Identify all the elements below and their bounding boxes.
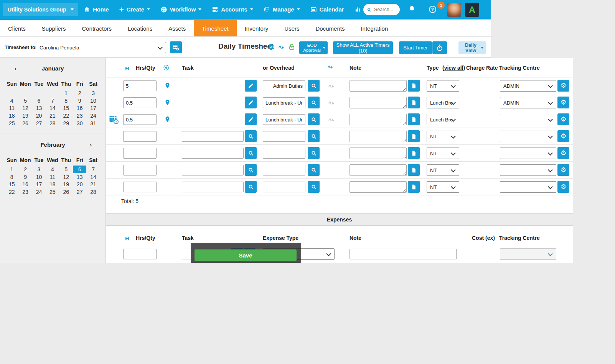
row-settings-button[interactable]: ⚙ xyxy=(557,97,569,108)
calendar-day[interactable]: 23 xyxy=(73,112,86,120)
view-mode-button[interactable]: Daily View xyxy=(458,41,486,54)
tracking-centre-select[interactable]: ADMIN xyxy=(500,97,556,108)
task-input[interactable] xyxy=(182,165,244,175)
calendar-day[interactable]: 31 xyxy=(86,120,100,127)
type-select[interactable]: NT xyxy=(427,164,459,176)
calendar-day[interactable]: 12 xyxy=(18,105,32,112)
row-settings-button[interactable]: ⚙ xyxy=(557,80,569,92)
search-task-button[interactable] xyxy=(245,147,257,159)
tracking-centre-select[interactable] xyxy=(500,114,556,125)
calendar-day[interactable]: 25 xyxy=(5,120,18,127)
note-textarea[interactable] xyxy=(350,114,407,125)
calendar-day[interactable]: 1 xyxy=(59,89,73,97)
row-settings-button[interactable]: ⚙ xyxy=(557,113,569,125)
task-input[interactable] xyxy=(182,148,244,159)
tracking-centre-select[interactable] xyxy=(500,131,556,142)
lock-icon[interactable] xyxy=(288,43,295,51)
search-task-button[interactable] xyxy=(245,164,257,176)
calendar-day[interactable]: 19 xyxy=(59,181,73,189)
search-overhead-button[interactable] xyxy=(308,147,320,159)
view-all-link[interactable]: (view all) xyxy=(442,65,465,71)
nav-create[interactable]: +Create xyxy=(119,6,150,13)
search-overhead-button[interactable] xyxy=(308,113,320,125)
expense-hours-input[interactable] xyxy=(123,249,157,259)
type-header[interactable]: Type xyxy=(427,65,439,71)
calendar-day[interactable]: 29 xyxy=(59,120,73,127)
expense-tracking-select[interactable] xyxy=(500,248,556,260)
tab-timesheet[interactable]: Timesheet xyxy=(194,20,236,36)
type-select[interactable]: NT xyxy=(427,181,459,193)
calendar-day[interactable]: 28 xyxy=(46,120,59,127)
hours-input[interactable] xyxy=(123,97,157,108)
map-pin-icon[interactable] xyxy=(164,81,171,90)
calendar-day[interactable]: 20 xyxy=(32,112,46,120)
calendar-day[interactable]: 27 xyxy=(32,120,46,127)
row-settings-button[interactable]: ⚙ xyxy=(557,164,569,176)
tab-inventory[interactable]: Inventory xyxy=(237,20,277,36)
nav-accounts[interactable]: Accounts xyxy=(212,6,253,13)
active-timesheet-icon[interactable] xyxy=(109,115,119,125)
hours-input[interactable] xyxy=(123,165,157,175)
tab-assets[interactable]: Assets xyxy=(160,20,194,36)
type-select[interactable]: Lunch Bre xyxy=(427,97,459,108)
calendar-day[interactable]: 16 xyxy=(73,105,86,112)
calendar-day-selected[interactable]: 6 xyxy=(73,166,86,173)
overhead-input[interactable] xyxy=(263,97,305,108)
calendar-day[interactable]: 27 xyxy=(73,188,86,196)
edit-overhead-button[interactable] xyxy=(245,80,257,92)
type-select[interactable]: Lunch Bre xyxy=(427,114,459,125)
timesheet-settings-button[interactable] xyxy=(170,41,182,53)
calendar-day[interactable]: 21 xyxy=(46,112,59,120)
tracking-centre-select[interactable] xyxy=(500,164,556,176)
calendar-day[interactable]: 12 xyxy=(59,173,73,181)
tab-documents[interactable]: Documents xyxy=(308,20,353,36)
map-pin-icon[interactable] xyxy=(164,115,171,123)
type-select[interactable]: NT xyxy=(427,131,459,142)
tab-contractors[interactable]: Contractors xyxy=(74,20,120,36)
calendar-day[interactable]: 6 xyxy=(32,97,46,105)
calendar-day[interactable]: 7 xyxy=(86,166,100,173)
note-template-button[interactable] xyxy=(408,147,420,159)
search-input[interactable] xyxy=(373,7,396,13)
calendar-day[interactable]: 22 xyxy=(5,188,18,196)
note-textarea[interactable] xyxy=(350,97,407,108)
hours-input[interactable] xyxy=(123,131,157,142)
calendar-day[interactable]: 11 xyxy=(46,173,59,181)
search-task-button[interactable] xyxy=(245,181,257,193)
user-select[interactable]: Carolina Penuela xyxy=(36,42,166,53)
tracking-centre-select[interactable]: ADMIN xyxy=(500,80,556,92)
notifications-bell-icon[interactable] xyxy=(408,5,415,12)
search-overhead-button[interactable] xyxy=(308,97,320,108)
calendar-day[interactable]: 20 xyxy=(73,181,86,189)
tab-clients[interactable]: Clients xyxy=(0,20,34,36)
show-active-timers-button[interactable]: Show ALL Active Timers (10) xyxy=(333,41,393,54)
calendar-day[interactable]: 19 xyxy=(18,112,32,120)
calendar-day[interactable]: 13 xyxy=(73,173,86,181)
map-pin-icon[interactable] xyxy=(164,98,171,107)
app-logo[interactable]: A xyxy=(465,3,479,17)
signature-icon[interactable] xyxy=(327,63,334,70)
calendar-day[interactable]: 28 xyxy=(86,188,100,196)
help-icon[interactable]: ? xyxy=(429,6,436,13)
approved-shield-icon[interactable] xyxy=(267,43,275,51)
tab-integration[interactable]: Integration xyxy=(353,20,396,36)
user-avatar[interactable] xyxy=(447,3,461,17)
note-template-button[interactable] xyxy=(408,181,420,193)
calendar-day[interactable]: 21 xyxy=(86,181,100,189)
stopwatch-button[interactable] xyxy=(432,41,447,54)
nav-home[interactable]: Home xyxy=(84,6,109,13)
type-select[interactable]: NT xyxy=(427,148,459,159)
signature-icon[interactable] xyxy=(278,43,285,51)
tracking-centre-select[interactable] xyxy=(500,181,556,193)
hours-input[interactable] xyxy=(123,80,157,91)
note-template-button[interactable] xyxy=(408,164,420,176)
calendar-day[interactable]: 5 xyxy=(59,166,73,173)
calendar-day[interactable]: 4 xyxy=(46,166,59,173)
eod-approval-button[interactable]: EOD Approval xyxy=(299,41,328,54)
hours-input[interactable] xyxy=(123,148,157,159)
calendar-day[interactable]: 13 xyxy=(32,105,46,112)
calendar-day[interactable]: 9 xyxy=(18,173,32,181)
calendar-day[interactable]: 23 xyxy=(18,188,32,196)
hours-input[interactable] xyxy=(123,182,157,192)
calendar-day[interactable]: 18 xyxy=(5,112,18,120)
